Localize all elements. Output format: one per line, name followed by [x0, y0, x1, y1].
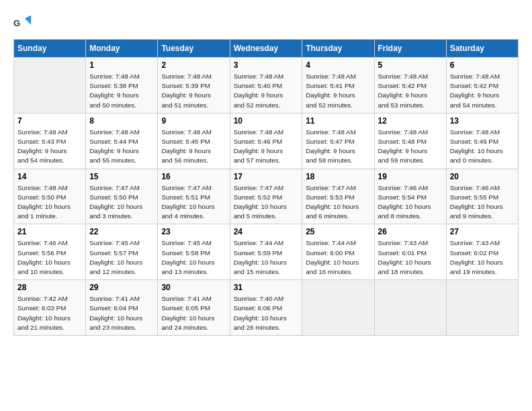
day-number: 20	[450, 172, 515, 181]
day-cell: 12Sunrise: 7:48 AMSunset: 5:48 PMDayligh…	[374, 113, 446, 169]
day-number: 4	[306, 60, 370, 70]
day-number: 5	[378, 60, 443, 70]
day-cell: 3Sunrise: 7:48 AMSunset: 5:40 PMDaylight…	[230, 58, 302, 113]
day-number: 13	[450, 116, 515, 126]
header-saturday: Saturday	[446, 40, 518, 58]
day-number: 15	[89, 172, 154, 181]
week-row-5: 28Sunrise: 7:42 AMSunset: 6:03 PMDayligh…	[14, 280, 519, 336]
day-cell: 16Sunrise: 7:47 AMSunset: 5:51 PMDayligh…	[158, 169, 230, 224]
day-cell: 7Sunrise: 7:48 AMSunset: 5:43 PMDaylight…	[14, 113, 86, 169]
page-header: G	[13, 13, 519, 32]
day-number: 19	[378, 172, 443, 181]
week-row-1: 1Sunrise: 7:48 AMSunset: 5:38 PMDaylight…	[14, 58, 519, 113]
day-info: Sunrise: 7:44 AMSunset: 6:00 PMDaylight:…	[306, 238, 370, 277]
day-info: Sunrise: 7:48 AMSunset: 5:42 PMDaylight:…	[378, 72, 443, 110]
day-number: 28	[17, 283, 82, 292]
day-number: 22	[89, 227, 154, 236]
day-cell: 6Sunrise: 7:48 AMSunset: 5:42 PMDaylight…	[446, 58, 518, 113]
day-cell: 18Sunrise: 7:47 AMSunset: 5:53 PMDayligh…	[302, 169, 374, 224]
day-number: 6	[450, 60, 515, 70]
day-info: Sunrise: 7:48 AMSunset: 5:44 PMDaylight:…	[89, 128, 154, 166]
day-info: Sunrise: 7:44 AMSunset: 5:59 PMDaylight:…	[234, 238, 299, 277]
day-number: 16	[161, 172, 226, 181]
day-info: Sunrise: 7:46 AMSunset: 5:56 PMDaylight:…	[17, 238, 82, 277]
day-number: 14	[17, 172, 82, 181]
day-info: Sunrise: 7:42 AMSunset: 6:03 PMDaylight:…	[17, 294, 82, 332]
day-number: 26	[378, 227, 443, 236]
header-tuesday: Tuesday	[158, 40, 230, 58]
day-info: Sunrise: 7:47 AMSunset: 5:51 PMDaylight:…	[161, 183, 226, 222]
day-cell: 14Sunrise: 7:48 AMSunset: 5:50 PMDayligh…	[14, 169, 86, 224]
week-row-3: 14Sunrise: 7:48 AMSunset: 5:50 PMDayligh…	[14, 169, 519, 224]
day-cell: 10Sunrise: 7:48 AMSunset: 5:46 PMDayligh…	[230, 113, 302, 169]
day-number: 23	[161, 227, 226, 236]
day-info: Sunrise: 7:46 AMSunset: 5:54 PMDaylight:…	[378, 183, 443, 222]
day-cell: 19Sunrise: 7:46 AMSunset: 5:54 PMDayligh…	[374, 169, 446, 224]
day-cell: 1Sunrise: 7:48 AMSunset: 5:38 PMDaylight…	[86, 58, 158, 113]
week-row-2: 7Sunrise: 7:48 AMSunset: 5:43 PMDaylight…	[14, 113, 519, 169]
day-cell: 9Sunrise: 7:48 AMSunset: 5:45 PMDaylight…	[158, 113, 230, 169]
logo-icon: G	[13, 13, 32, 32]
day-cell	[302, 280, 374, 336]
day-number: 11	[306, 116, 370, 126]
day-info: Sunrise: 7:41 AMSunset: 6:05 PMDaylight:…	[161, 294, 226, 332]
day-cell: 4Sunrise: 7:48 AMSunset: 5:41 PMDaylight…	[302, 58, 374, 113]
day-cell: 27Sunrise: 7:43 AMSunset: 6:02 PMDayligh…	[446, 224, 518, 280]
day-info: Sunrise: 7:48 AMSunset: 5:45 PMDaylight:…	[161, 128, 226, 166]
day-cell: 25Sunrise: 7:44 AMSunset: 6:00 PMDayligh…	[302, 224, 374, 280]
day-number: 7	[17, 116, 82, 126]
day-cell: 13Sunrise: 7:48 AMSunset: 5:49 PMDayligh…	[446, 113, 518, 169]
day-info: Sunrise: 7:48 AMSunset: 5:43 PMDaylight:…	[17, 128, 82, 166]
day-cell: 29Sunrise: 7:41 AMSunset: 6:04 PMDayligh…	[86, 280, 158, 336]
day-number: 29	[89, 283, 154, 292]
day-cell: 20Sunrise: 7:46 AMSunset: 5:55 PMDayligh…	[446, 169, 518, 224]
day-number: 25	[306, 227, 370, 236]
day-cell: 31Sunrise: 7:40 AMSunset: 6:06 PMDayligh…	[230, 280, 302, 336]
header-sunday: Sunday	[14, 40, 86, 58]
day-cell: 5Sunrise: 7:48 AMSunset: 5:42 PMDaylight…	[374, 58, 446, 113]
day-info: Sunrise: 7:43 AMSunset: 6:01 PMDaylight:…	[378, 238, 443, 277]
day-number: 9	[161, 116, 226, 126]
day-cell	[14, 58, 86, 113]
day-info: Sunrise: 7:47 AMSunset: 5:52 PMDaylight:…	[234, 183, 299, 222]
day-cell: 30Sunrise: 7:41 AMSunset: 6:05 PMDayligh…	[158, 280, 230, 336]
day-info: Sunrise: 7:45 AMSunset: 5:57 PMDaylight:…	[89, 238, 154, 277]
day-info: Sunrise: 7:48 AMSunset: 5:50 PMDaylight:…	[17, 183, 82, 222]
day-number: 24	[234, 227, 299, 236]
svg-marker-1	[25, 15, 31, 25]
day-cell: 11Sunrise: 7:48 AMSunset: 5:47 PMDayligh…	[302, 113, 374, 169]
day-number: 31	[234, 283, 299, 292]
day-info: Sunrise: 7:48 AMSunset: 5:47 PMDaylight:…	[306, 128, 370, 166]
day-cell: 28Sunrise: 7:42 AMSunset: 6:03 PMDayligh…	[14, 280, 86, 336]
svg-text:G: G	[13, 18, 20, 28]
header-monday: Monday	[86, 40, 158, 58]
day-cell: 21Sunrise: 7:46 AMSunset: 5:56 PMDayligh…	[14, 224, 86, 280]
day-number: 27	[450, 227, 515, 236]
day-number: 21	[17, 227, 82, 236]
week-row-4: 21Sunrise: 7:46 AMSunset: 5:56 PMDayligh…	[14, 224, 519, 280]
day-cell: 8Sunrise: 7:48 AMSunset: 5:44 PMDaylight…	[86, 113, 158, 169]
calendar-table: SundayMondayTuesdayWednesdayThursdayFrid…	[13, 39, 519, 336]
day-info: Sunrise: 7:48 AMSunset: 5:46 PMDaylight:…	[234, 128, 299, 166]
day-info: Sunrise: 7:47 AMSunset: 5:53 PMDaylight:…	[306, 183, 370, 222]
logo: G	[13, 13, 34, 32]
header-wednesday: Wednesday	[230, 40, 302, 58]
day-info: Sunrise: 7:47 AMSunset: 5:50 PMDaylight:…	[89, 183, 154, 222]
day-info: Sunrise: 7:48 AMSunset: 5:39 PMDaylight:…	[161, 72, 226, 110]
day-number: 1	[89, 60, 154, 70]
day-number: 8	[89, 116, 154, 126]
day-cell: 24Sunrise: 7:44 AMSunset: 5:59 PMDayligh…	[230, 224, 302, 280]
day-info: Sunrise: 7:46 AMSunset: 5:55 PMDaylight:…	[450, 183, 515, 222]
day-info: Sunrise: 7:43 AMSunset: 6:02 PMDaylight:…	[450, 238, 515, 277]
day-info: Sunrise: 7:48 AMSunset: 5:41 PMDaylight:…	[306, 72, 370, 110]
day-number: 3	[234, 60, 299, 70]
day-cell	[374, 280, 446, 336]
day-cell: 15Sunrise: 7:47 AMSunset: 5:50 PMDayligh…	[86, 169, 158, 224]
calendar-header-row: SundayMondayTuesdayWednesdayThursdayFrid…	[14, 40, 519, 58]
day-cell: 26Sunrise: 7:43 AMSunset: 6:01 PMDayligh…	[374, 224, 446, 280]
day-number: 18	[306, 172, 370, 181]
day-cell: 2Sunrise: 7:48 AMSunset: 5:39 PMDaylight…	[158, 58, 230, 113]
header-friday: Friday	[374, 40, 446, 58]
header-thursday: Thursday	[302, 40, 374, 58]
day-cell	[446, 280, 518, 336]
